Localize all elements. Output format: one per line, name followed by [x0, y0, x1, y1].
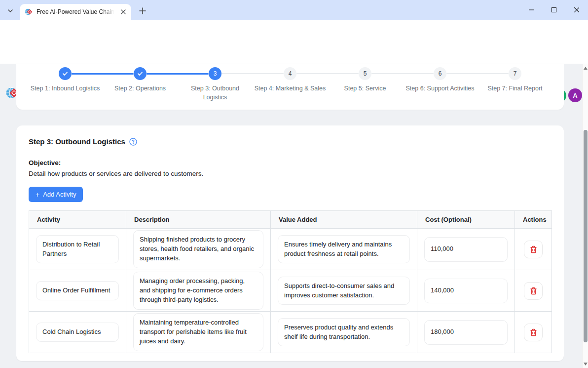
table-row: Online Order Fulfillment Managing order …: [29, 270, 552, 312]
description-input[interactable]: Maintaining temperature-controlled trans…: [133, 313, 263, 351]
visual-paradigm-favicon-icon: [25, 8, 33, 16]
step-1-indicator[interactable]: [59, 67, 72, 80]
table-row: Cold Chain Logistics Maintaining tempera…: [29, 312, 552, 353]
step-4-label: Step 4: Marketing & Sales: [252, 84, 329, 93]
minimize-icon: [528, 7, 534, 13]
window-controls: [520, 0, 588, 20]
activity-input[interactable]: Distribution to Retail Partners: [36, 235, 119, 264]
description-input[interactable]: Shipping finished products to grocery st…: [133, 230, 263, 268]
step-2-label: Step 2: Operations: [102, 84, 179, 93]
description-input[interactable]: Managing order processing, packing, and …: [133, 272, 263, 310]
trash-icon: [530, 328, 537, 336]
value-added-input[interactable]: Ensures timely delivery and maintains pr…: [278, 235, 410, 264]
step-5-indicator[interactable]: 5: [359, 67, 371, 80]
step-connector: [371, 73, 434, 74]
tab-close-button[interactable]: [119, 7, 128, 16]
browser-toolbar: ai-toolbox.visual-paradigm.com/app/value…: [0, 20, 588, 42]
maximize-icon: [551, 7, 557, 13]
delete-activity-button[interactable]: [524, 324, 543, 341]
step-3-panel: Step 3: Outbound Logistics Objective: De…: [16, 125, 564, 361]
tab-strip: Free AI-Powered Value Chain An: [0, 0, 588, 20]
maximize-button[interactable]: [543, 0, 565, 20]
trash-icon: [530, 287, 537, 295]
chevron-down-icon: [7, 7, 14, 14]
scrollbar-thumb[interactable]: [584, 130, 588, 342]
step-connector: [296, 73, 359, 74]
step-connector: [221, 73, 284, 74]
objective-text: Detail how products or services are deli…: [29, 170, 551, 177]
add-activity-button[interactable]: + Add Activity: [29, 187, 83, 202]
step-3-indicator[interactable]: 3: [209, 67, 221, 80]
triangle-down-icon: [584, 363, 588, 366]
table-row: Distribution to Retail Partners Shipping…: [29, 229, 552, 270]
user-avatar[interactable]: A: [568, 88, 582, 102]
activity-input[interactable]: Online Order Fulfillment: [36, 281, 119, 300]
minimize-button[interactable]: [520, 0, 543, 20]
page-scrollbar[interactable]: [582, 64, 588, 368]
step-6-indicator[interactable]: 6: [434, 67, 446, 80]
help-icon[interactable]: [129, 138, 137, 146]
column-header-actions: Actions: [515, 211, 552, 229]
step-7-label: Step 7: Final Report: [477, 84, 553, 93]
triangle-up-icon: [584, 67, 588, 70]
close-icon: [121, 9, 126, 14]
column-header-cost: Cost (Optional): [417, 211, 515, 229]
tab-search-button[interactable]: [4, 4, 17, 17]
activity-input[interactable]: Cold Chain Logistics: [36, 323, 119, 342]
tab-title: Free AI-Powered Value Chain An: [37, 8, 114, 15]
browser-tab[interactable]: Free AI-Powered Value Chain An: [20, 4, 131, 20]
cost-input[interactable]: 140,000: [424, 279, 508, 303]
cost-input[interactable]: 180,000: [424, 320, 508, 345]
plus-icon: [139, 7, 146, 14]
step-1-label: Step 1: Inbound Logistics: [27, 84, 104, 93]
step-2-indicator[interactable]: [134, 67, 147, 80]
browser-window: Free AI-Powered Value Chain An: [0, 0, 588, 368]
step-5-label: Step 5: Service: [327, 84, 404, 93]
close-icon: [574, 7, 580, 13]
trash-icon: [530, 245, 537, 253]
scroll-down-button[interactable]: [583, 361, 588, 367]
section-title: Step 3: Outbound Logistics: [29, 137, 125, 146]
column-header-value-added: Value Added: [271, 211, 417, 229]
scroll-up-button[interactable]: [583, 65, 588, 71]
objective-label: Objective:: [29, 159, 551, 166]
check-icon: [137, 71, 143, 77]
step-6-label: Step 6: Support Activities: [402, 84, 478, 93]
stepper: 3 4 5 6 7 Step 1: Inbound Logistics Step…: [16, 64, 564, 110]
close-window-button[interactable]: [565, 0, 588, 20]
column-header-activity: Activity: [29, 211, 126, 229]
step-7-indicator[interactable]: 7: [509, 67, 521, 80]
column-header-description: Description: [126, 211, 271, 229]
activities-table: Activity Description Value Added Cost (O…: [29, 210, 552, 353]
step-connector: [446, 73, 509, 74]
step-connector: [72, 73, 134, 75]
step-4-indicator[interactable]: 4: [284, 67, 296, 80]
new-tab-button[interactable]: [136, 4, 149, 17]
step-3-label: Step 3: Outbound Logistics: [187, 84, 243, 102]
value-added-input[interactable]: Preserves product quality and extends sh…: [278, 318, 410, 347]
table-header-row: Activity Description Value Added Cost (O…: [29, 211, 552, 229]
app-header: AI Value Chain Analysis Tool Powered by …: [0, 42, 588, 64]
check-icon: [62, 71, 68, 77]
cost-input[interactable]: 110,000: [424, 237, 508, 262]
value-added-input[interactable]: Supports direct-to-consumer sales and im…: [278, 277, 410, 305]
delete-activity-button[interactable]: [524, 241, 543, 258]
step-connector: [147, 73, 209, 75]
plus-icon: +: [36, 191, 39, 199]
delete-activity-button[interactable]: [524, 282, 543, 300]
